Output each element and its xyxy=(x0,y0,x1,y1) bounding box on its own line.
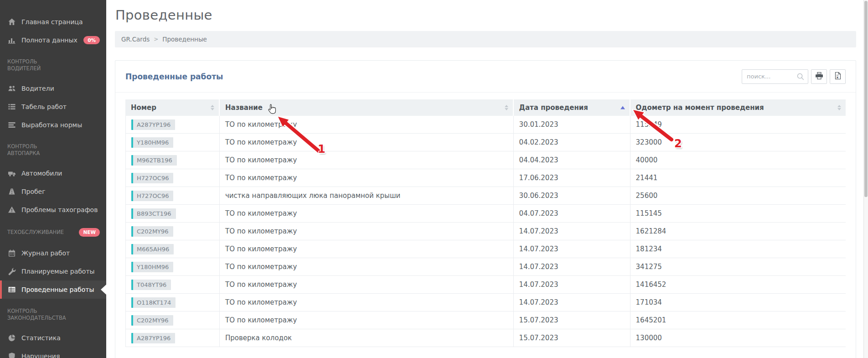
sidebar-item-label: Табель работ xyxy=(21,103,67,110)
sidebar-section-label: КОНТРОЛЬ АВТОПАРКА xyxy=(7,143,67,157)
sidebar-item-drivers[interactable]: Водители xyxy=(0,79,106,98)
sidebar-item-completed-works[interactable]: Проведенные работы xyxy=(0,280,106,299)
sidebar-item-label: Выработка нормы xyxy=(21,121,82,129)
sidebar-item-label: Главная страница xyxy=(21,18,83,26)
vehicle-plate-badge: A287YP196 xyxy=(131,119,175,130)
cell-date: 17.06.2023 xyxy=(514,169,630,187)
cell-odometer: 130000 xyxy=(630,329,846,347)
cell-date: 14.07.2023 xyxy=(514,294,630,311)
sidebar-item-label: Пробег xyxy=(21,188,46,195)
sidebar-section-drivers-control: КОНТРОЛЬ ВОДИТЕЛЕЙ xyxy=(0,55,106,76)
vehicle-plate-badge: C202MY96 xyxy=(131,226,173,237)
sidebar-nav: Главная страницаПолнота данных0%КОНТРОЛЬ… xyxy=(0,13,106,358)
table-header-row: НомерНазваниеДата проведенияОдометр на м… xyxy=(125,99,846,116)
sort-asc-icon xyxy=(620,106,625,109)
column-header-name[interactable]: Название xyxy=(220,99,514,116)
sidebar-item-vehicles[interactable]: Автомобили xyxy=(0,164,106,182)
cell-date: 30.06.2023 xyxy=(514,187,630,205)
breadcrumb-root[interactable]: GR.Cards xyxy=(121,36,150,43)
sidebar-item-work-log[interactable]: Журнал работ xyxy=(0,244,106,262)
table-row[interactable]: C202MY96ТО по километражу15.07.202316452… xyxy=(125,311,846,329)
breadcrumb-separator: > xyxy=(154,36,158,42)
search-input[interactable] xyxy=(747,73,796,80)
export-excel-button[interactable]: x xyxy=(830,69,846,84)
cell-number: T048YT96 xyxy=(125,276,220,294)
cell-number: H727OC96 xyxy=(125,187,220,205)
sidebar: Главная страницаПолнота данных0%КОНТРОЛЬ… xyxy=(0,0,106,358)
sort-icon xyxy=(837,105,841,110)
column-header-label: Дата проведения xyxy=(519,104,588,112)
vehicle-plate-badge: H727OC96 xyxy=(131,173,173,183)
cell-name: ТО по километражу xyxy=(220,223,514,240)
vertical-scrollbar[interactable] xyxy=(863,0,868,358)
vehicle-plate-badge: T048YT96 xyxy=(131,280,171,290)
sidebar-item-tachograph-issues[interactable]: Проблемы тахографов xyxy=(0,201,106,219)
panel-header: Проведенные работы x xyxy=(115,61,856,93)
sidebar-badge: 0% xyxy=(83,36,100,45)
column-header-date[interactable]: Дата проведения xyxy=(514,99,630,116)
print-button[interactable] xyxy=(811,69,827,84)
cell-name: ТО по километражу xyxy=(220,151,514,169)
table-icon xyxy=(7,285,16,294)
table-row[interactable]: A287YP196ТО по километражу30.01.20231153… xyxy=(125,116,846,134)
road-icon xyxy=(7,187,16,196)
cell-number: A287YP196 xyxy=(125,116,220,134)
bar-chart-icon xyxy=(7,36,16,45)
sidebar-item-timesheet[interactable]: Табель работ xyxy=(0,98,106,116)
table-row[interactable]: A287YP196Проверка колодок15.07.202313000… xyxy=(125,329,846,347)
vehicle-plate-badge: M665AH96 xyxy=(131,244,174,254)
lines-icon xyxy=(7,121,16,130)
page-title: Проведенные xyxy=(115,7,212,23)
cell-name: ТО по километражу xyxy=(220,169,514,187)
cell-name: ТО по километражу xyxy=(220,134,514,151)
cell-odometer: 21441 xyxy=(630,169,846,187)
table-row[interactable]: H727OC96чистка направляющих люка панорам… xyxy=(125,187,846,205)
cell-date: 15.07.2023 xyxy=(514,329,630,347)
breadcrumb: GR.Cards > Проведенные xyxy=(115,31,856,47)
cell-name: Проверка колодок xyxy=(220,329,514,347)
cell-odometer: 341275 xyxy=(630,258,846,276)
table-row[interactable]: H727OC96ТО по километражу17.06.202321441 xyxy=(125,169,846,187)
table-row[interactable]: M665AH96ТО по километражу14.07.202318123… xyxy=(125,240,846,258)
vehicle-plate-badge: M962TB196 xyxy=(131,155,177,166)
table-row[interactable]: M962TB196ТО по километражу04.04.20234000… xyxy=(125,151,846,169)
sidebar-item-norm-output[interactable]: Выработка нормы xyxy=(0,116,106,134)
table-row[interactable]: Y180HM96ТО по километражу04.02.202332300… xyxy=(125,134,846,151)
cell-odometer: 181234 xyxy=(630,240,846,258)
sidebar-item-label: Водители xyxy=(21,85,54,92)
cell-date: 04.07.2023 xyxy=(514,205,630,223)
cell-date: 14.07.2023 xyxy=(514,240,630,258)
cell-odometer: 1416452 xyxy=(630,276,846,294)
completed-works-table: НомерНазваниеДата проведенияОдометр на м… xyxy=(125,99,846,347)
cell-odometer: 115349 xyxy=(630,116,846,134)
calendar-icon xyxy=(7,249,16,257)
table-row[interactable]: O118KT174ТО по километражу14.07.20231710… xyxy=(125,294,846,311)
sidebar-item-planned-works[interactable]: Планируемые работы xyxy=(0,262,106,280)
column-header-odometer[interactable]: Одометр на момент проведения xyxy=(630,99,846,116)
cell-number: H727OC96 xyxy=(125,169,220,187)
panel-title: Проведенные работы xyxy=(125,72,223,81)
sidebar-section-label: ТЕХОБСЛУЖИВАНИЕ xyxy=(7,229,64,236)
scrollbar-thumb[interactable] xyxy=(864,1,868,197)
cell-odometer: 1645201 xyxy=(630,311,846,329)
table-row[interactable]: Y180HM96ТО по километражу14.07.202334127… xyxy=(125,258,846,276)
table-row[interactable]: T048YT96ТО по километражу14.07.202314164… xyxy=(125,276,846,294)
table-row[interactable]: B893CT196ТО по километражу04.07.20231151… xyxy=(125,205,846,223)
sidebar-badge: NEW xyxy=(79,228,100,237)
cell-name: ТО по километражу xyxy=(220,294,514,311)
sidebar-item-label: Проведенные работы xyxy=(21,286,94,293)
sidebar-item-home[interactable]: Главная страница xyxy=(0,13,106,31)
column-header-number[interactable]: Номер xyxy=(125,99,220,116)
sidebar-item-violations[interactable]: Нарушения xyxy=(0,347,106,358)
column-header-label: Одометр на момент проведения xyxy=(636,104,764,112)
table-row[interactable]: C202MY96ТО по километражу14.07.202316212… xyxy=(125,223,846,240)
sidebar-item-label: Автомобили xyxy=(21,170,62,177)
pie-icon xyxy=(7,333,16,342)
main-content: Проведенные GR.Cards > Проведенные Прове… xyxy=(106,0,868,358)
excel-file-icon: x xyxy=(834,72,842,81)
sidebar-item-mileage[interactable]: Пробег xyxy=(0,182,106,201)
cell-name: ТО по километражу xyxy=(220,205,514,223)
sidebar-item-data-completeness[interactable]: Полнота данных0% xyxy=(0,31,106,49)
cell-name: ТО по километражу xyxy=(220,258,514,276)
sidebar-item-statistics[interactable]: Статистика xyxy=(0,329,106,347)
